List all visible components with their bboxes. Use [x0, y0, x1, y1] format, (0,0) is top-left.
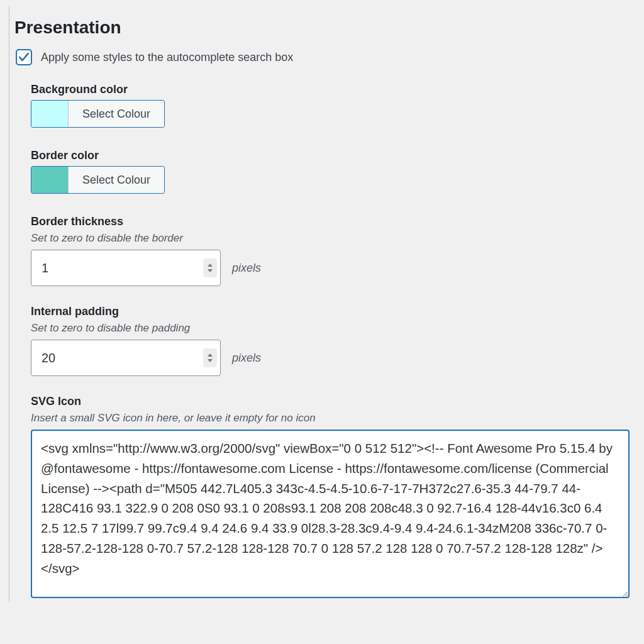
apply-styles-label: Apply some styles to the autocomplete se…	[41, 51, 293, 64]
internal-padding-stepper[interactable]	[203, 348, 217, 367]
border-thickness-label: Border thickness	[31, 215, 635, 228]
chevron-down-icon	[208, 359, 213, 362]
internal-padding-unit: pixels	[232, 352, 261, 365]
border-thickness-input[interactable]	[31, 250, 221, 286]
bg-color-picker[interactable]: Select Colour	[31, 100, 165, 128]
border-color-picker[interactable]: Select Colour	[31, 166, 165, 194]
bg-color-swatch	[31, 101, 68, 127]
chevron-down-icon	[208, 269, 213, 272]
internal-padding-input[interactable]	[31, 340, 221, 376]
chevron-up-icon	[208, 353, 213, 357]
border-thickness-unit: pixels	[232, 262, 261, 275]
svg-icon-help: Insert a small SVG icon in here, or leav…	[31, 412, 635, 425]
bg-color-label: Background color	[31, 83, 635, 96]
internal-padding-help: Set to zero to disable the padding	[31, 322, 635, 335]
border-thickness-help: Set to zero to disable the border	[31, 232, 635, 245]
apply-styles-checkbox[interactable]	[16, 49, 32, 65]
svg-icon-label: SVG Icon	[31, 395, 635, 408]
border-color-swatch	[31, 167, 68, 193]
internal-padding-label: Internal padding	[31, 305, 635, 318]
border-color-button-label: Select Colour	[68, 167, 164, 193]
bg-color-button-label: Select Colour	[68, 101, 164, 127]
chevron-up-icon	[208, 264, 213, 267]
check-icon	[18, 51, 30, 64]
section-title: Presentation	[14, 18, 635, 38]
svg-icon-textarea[interactable]	[31, 430, 630, 598]
border-color-label: Border color	[31, 149, 635, 162]
border-thickness-stepper[interactable]	[203, 258, 217, 277]
